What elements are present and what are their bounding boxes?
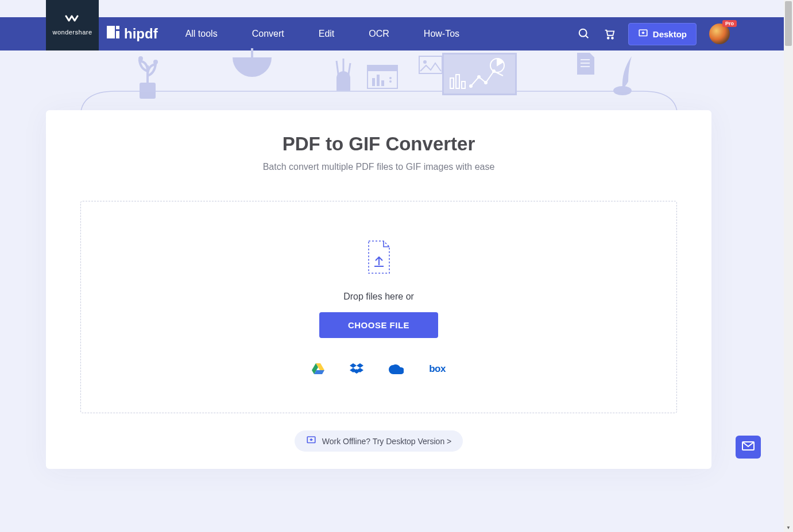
scrollbar-track[interactable]: ▲ ▼ <box>784 0 793 532</box>
hipdf-logo-text: hipdf <box>124 26 158 42</box>
top-gap <box>0 0 793 17</box>
hipdf-logo-icon <box>107 26 119 42</box>
svg-point-3 <box>579 29 587 37</box>
svg-rect-16 <box>368 65 397 71</box>
nav-howtos[interactable]: How-Tos <box>424 29 459 39</box>
hipdf-logo[interactable]: hipdf <box>107 26 158 42</box>
wondershare-label: wondershare <box>52 29 92 36</box>
svg-point-33 <box>493 70 495 72</box>
offline-desktop-pill[interactable]: Work Offline? Try Desktop Version > <box>295 430 463 452</box>
header-right: Desktop Pro <box>578 23 793 45</box>
upload-file-icon <box>365 240 393 277</box>
svg-point-32 <box>485 81 487 84</box>
svg-line-4 <box>586 36 589 38</box>
choose-file-button[interactable]: CHOOSE FILE <box>319 312 438 338</box>
wondershare-logo-icon <box>65 15 80 25</box>
primary-nav: All tools Convert Edit OCR How-Tos <box>185 29 459 39</box>
svg-rect-8 <box>140 83 156 99</box>
svg-point-6 <box>612 37 613 39</box>
converter-card: PDF to GIF Converter Batch convert multi… <box>46 110 711 469</box>
svg-rect-18 <box>377 75 380 86</box>
page-title: PDF to GIF Converter <box>80 133 677 155</box>
google-drive-icon[interactable] <box>312 363 324 375</box>
nav-edit[interactable]: Edit <box>319 29 335 39</box>
box-icon[interactable]: box <box>429 363 446 375</box>
wondershare-brand-block[interactable]: wondershare <box>46 0 99 51</box>
email-icon <box>742 441 755 453</box>
email-float-button[interactable] <box>736 436 761 459</box>
svg-point-5 <box>608 37 609 39</box>
nav-all-tools[interactable]: All tools <box>185 29 218 39</box>
svg-rect-19 <box>381 80 384 86</box>
onedrive-icon[interactable] <box>389 364 404 374</box>
svg-rect-22 <box>419 56 442 73</box>
search-icon[interactable] <box>578 28 590 40</box>
scroll-down-arrow-icon[interactable]: ▼ <box>784 523 793 532</box>
svg-point-10 <box>153 60 158 64</box>
nav-ocr[interactable]: OCR <box>369 29 389 39</box>
cart-icon[interactable] <box>603 28 616 40</box>
cloud-source-row: box <box>312 363 446 375</box>
svg-point-9 <box>138 56 143 61</box>
page-subtitle: Batch convert multiple PDF files to GIF … <box>80 162 677 172</box>
svg-point-30 <box>470 85 472 87</box>
download-icon <box>638 28 648 40</box>
svg-rect-0 <box>107 26 115 38</box>
main-header: hipdf All tools Convert Edit OCR How-Tos… <box>0 17 793 51</box>
svg-line-14 <box>348 63 350 78</box>
svg-rect-1 <box>116 26 119 29</box>
offline-text: Work Offline? Try Desktop Version > <box>322 437 452 446</box>
svg-rect-2 <box>116 31 119 38</box>
pro-badge: Pro <box>722 20 737 27</box>
svg-point-21 <box>389 80 392 83</box>
svg-rect-17 <box>372 78 375 86</box>
svg-line-12 <box>336 61 339 78</box>
svg-rect-25 <box>444 55 515 94</box>
file-dropzone[interactable]: Drop files here or CHOOSE FILE box <box>80 201 677 413</box>
nav-convert[interactable]: Convert <box>252 29 284 39</box>
scrollbar-thumb[interactable] <box>785 1 792 46</box>
svg-point-20 <box>389 77 392 79</box>
svg-point-31 <box>478 76 480 78</box>
desktop-button[interactable]: Desktop <box>628 23 697 45</box>
download-icon <box>306 435 316 447</box>
dropbox-icon[interactable] <box>350 363 363 375</box>
svg-point-23 <box>423 60 427 64</box>
svg-rect-11 <box>251 48 253 57</box>
user-avatar[interactable]: Pro <box>709 24 730 44</box>
drop-text: Drop files here or <box>343 292 414 302</box>
desktop-button-label: Desktop <box>653 29 687 39</box>
